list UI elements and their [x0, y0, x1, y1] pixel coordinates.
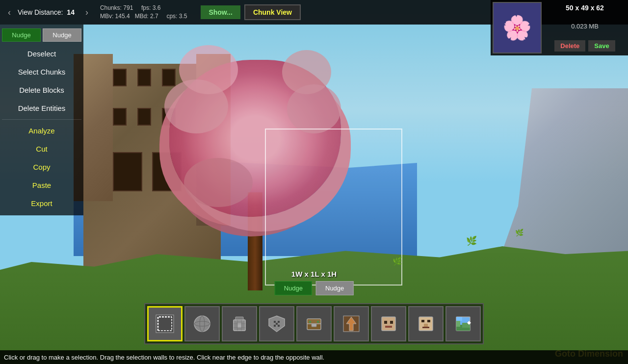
hotbar [144, 303, 484, 344]
svg-rect-39 [456, 321, 460, 327]
sphere-tool-icon [192, 314, 212, 334]
view-distance-decrease-button[interactable]: ‹ [5, 6, 14, 19]
chunks-fps-stats: Chunks: 791 fps: 3.6 [100, 4, 187, 12]
mbd-value: 2.7 [150, 13, 158, 20]
svg-rect-15 [276, 323, 278, 325]
map-tool-icon [453, 314, 473, 334]
left-sidebar: Nudge Nudge Deselect Select Chunks Delet… [0, 25, 83, 215]
delete-entities-button[interactable]: Delete Entities [2, 100, 81, 116]
view-distance-increase-button[interactable]: › [82, 6, 91, 19]
shield-tool-icon [267, 314, 287, 334]
status-bar: Click or drag to make a selection. Drag … [0, 350, 628, 364]
castle-window [137, 69, 151, 86]
nudge-button-row: Nudge Nudge [2, 28, 81, 42]
svg-rect-27 [384, 321, 387, 324]
mbd-label: MBd: [135, 13, 149, 20]
svg-rect-31 [421, 320, 424, 322]
fps-value: 3.6 [153, 4, 161, 11]
svg-rect-17 [278, 325, 280, 327]
structure-dimensions: 50 x 49 x 62 [545, 4, 625, 12]
hotbar-slot-9[interactable] [445, 306, 481, 341]
villager-head-icon [416, 314, 436, 334]
fps-label: fps: [141, 4, 151, 11]
selection-tool-icon [155, 314, 175, 334]
mbv-label: MBv: [100, 13, 113, 20]
hotbar-slot-1[interactable] [147, 306, 183, 341]
hotbar-slot-6[interactable] [334, 306, 369, 341]
mb-cps-stats: MBv: 145.4 MBd: 2.7 cps: 3.5 [100, 12, 187, 21]
view-distance-value: 14 [67, 8, 75, 16]
cps-label: cps: [166, 13, 177, 20]
mbv-value: 145.4 [115, 13, 130, 20]
hotbar-slot-4[interactable] [259, 306, 294, 341]
structure-preview: 🌸 [493, 2, 542, 53]
svg-rect-20 [312, 324, 316, 327]
selection-wireframe [265, 129, 402, 286]
nudge-left-button[interactable]: Nudge [2, 28, 41, 42]
structure-size: 0.023 MB [545, 23, 625, 30]
vegetation: 🌿 [466, 235, 477, 246]
delete-blocks-button[interactable]: Delete Blocks [2, 82, 81, 98]
svg-rect-0 [156, 315, 174, 333]
center-nudge-right-button[interactable]: Nudge [316, 281, 353, 295]
svg-rect-28 [390, 321, 393, 324]
paste-button[interactable]: Paste [2, 177, 81, 193]
chest-tool-icon [304, 314, 324, 334]
analyze-button[interactable]: Analyze [2, 123, 81, 139]
save-button[interactable]: Save [588, 40, 615, 52]
select-chunks-button[interactable]: Select Chunks [2, 64, 81, 80]
castle-window [113, 152, 142, 191]
svg-rect-5 [236, 317, 243, 321]
castle-window [162, 69, 176, 86]
chunks-label: Chunks: [100, 4, 122, 11]
bucket-tool-icon [230, 314, 249, 334]
delete-button[interactable]: Delete [554, 40, 585, 52]
top-right-panel: 🌸 50 x 49 x 62 0.023 MB Delete Save [491, 0, 628, 55]
panel-action-buttons: Delete Save [545, 40, 625, 52]
svg-rect-26 [382, 317, 395, 331]
hotbar-slot-5[interactable] [296, 306, 332, 341]
vegetation: 🌿 [392, 257, 402, 266]
chunk-view-button[interactable]: Chunk View [244, 4, 301, 20]
deselect-button[interactable]: Deselect [2, 46, 81, 62]
svg-rect-22 [317, 321, 319, 323]
castle-window [113, 108, 127, 126]
vegetation: 🌿 [515, 229, 523, 236]
castle-window [137, 108, 151, 126]
svg-rect-13 [274, 321, 276, 323]
status-text: Click or drag to make a selection. Drag … [4, 354, 324, 361]
chunks-value: 791 [123, 4, 133, 11]
hotbar-slot-3[interactable] [222, 306, 257, 341]
svg-rect-34 [422, 327, 429, 328]
hotbar-slot-2[interactable] [184, 306, 220, 341]
view-distance-label: View Distance: [18, 8, 63, 16]
svg-rect-38 [456, 317, 462, 321]
nudge-right-button[interactable]: Nudge [43, 28, 81, 42]
svg-rect-21 [309, 321, 311, 323]
svg-rect-14 [278, 321, 280, 323]
svg-rect-6 [237, 323, 241, 328]
preview-tree-icon: 🌸 [502, 14, 532, 42]
center-nudge-row: Nudge Nudge [275, 281, 354, 295]
center-hud: 1W x 1L x 1H Nudge Nudge [275, 270, 354, 295]
cps-value: 3.5 [179, 13, 187, 20]
cut-button[interactable]: Cut [2, 141, 81, 157]
center-nudge-left-button[interactable]: Nudge [275, 281, 312, 295]
player-head-icon [379, 314, 398, 334]
sidebar-divider [2, 119, 81, 120]
hotbar-slot-7[interactable] [371, 306, 406, 341]
selection-dimensions: 1W x 1L x 1H [291, 270, 337, 278]
export-button[interactable]: Export [2, 195, 81, 211]
panel-info: 50 x 49 x 62 0.023 MB Delete Save [544, 2, 626, 53]
hotbar-slot-8[interactable] [408, 306, 444, 341]
castle-window [113, 69, 127, 86]
arrow-tool-icon [341, 314, 361, 334]
svg-rect-29 [385, 326, 392, 328]
stats-group: Chunks: 791 fps: 3.6 MBv: 145.4 MBd: 2.7… [100, 4, 187, 21]
show-button[interactable]: Show... [201, 5, 240, 19]
copy-button[interactable]: Copy [2, 159, 81, 175]
svg-point-1 [194, 316, 210, 332]
svg-rect-16 [274, 325, 276, 327]
svg-rect-32 [427, 320, 430, 322]
